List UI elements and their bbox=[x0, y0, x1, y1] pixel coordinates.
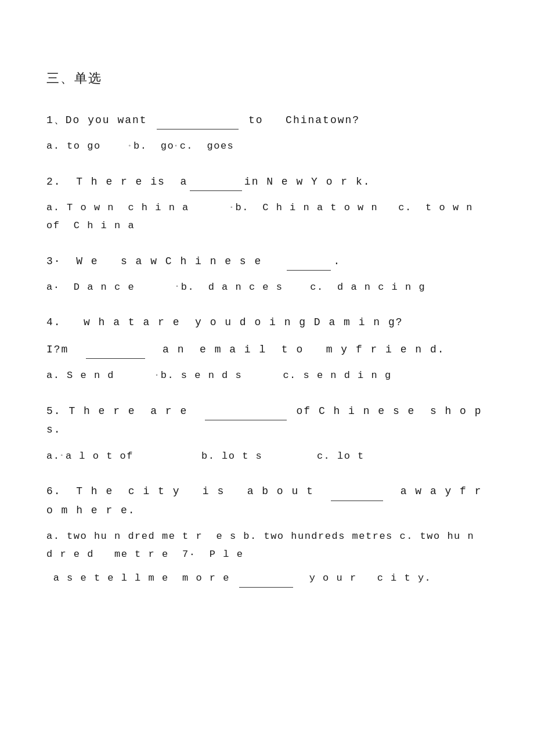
q2-options: a. T o w n c h i n a ◦b. C h i n a t o w… bbox=[46, 199, 488, 235]
q6-options: a. two hu n dred me t r e s b. two hundr… bbox=[46, 528, 488, 563]
section-title: 三、单选 bbox=[46, 70, 488, 87]
q2-text: 2. T h e r e is a in N e w Y o r k. bbox=[46, 172, 488, 191]
q4-options: a. S e n d ◦b. s e n d s c. s e n d i n … bbox=[46, 367, 488, 385]
question-1: 1、Do you want to Chinatown? a. to go ◦b.… bbox=[46, 110, 488, 156]
q4-blank bbox=[86, 340, 145, 359]
q3-text: 3· W e s a w C h i n e s e . bbox=[46, 251, 488, 271]
question-3: 3· W e s a w C h i n e s e . a· D a n c … bbox=[46, 251, 488, 297]
q4-sub-text: I?m a n e m a i l t o m y f r i e n d. bbox=[46, 340, 488, 359]
q4-text: 4. w h a t a r e y o u d o i n g D a m i… bbox=[46, 313, 488, 332]
q3-options: a· D a n c e ◦b. d a n c e s c. d a n c … bbox=[46, 279, 488, 297]
q6-options-cont: a s e t e l l m e m o r e y o u r c i t … bbox=[46, 569, 488, 588]
q6-blank bbox=[331, 481, 383, 501]
question-5: 5. T h e r e a r e of C h i n e s e s h … bbox=[46, 401, 488, 465]
question-4: 4. w h a t a r e y o u d o i n g D a m i… bbox=[46, 313, 488, 385]
q1-text: 1、Do you want to Chinatown? bbox=[46, 110, 488, 129]
q3-blank bbox=[287, 251, 331, 271]
q6-text: 6. T h e c i t y i s a b o u t a w a y f… bbox=[46, 481, 488, 520]
q5-text: 5. T h e r e a r e of C h i n e s e s h … bbox=[46, 401, 488, 440]
question-6: 6. T h e c i t y i s a b o u t a w a y f… bbox=[46, 481, 488, 588]
q7-blank bbox=[239, 569, 294, 588]
q1-options: a. to go ◦b. go◦c. goes bbox=[46, 138, 488, 156]
q1-blank bbox=[157, 110, 239, 129]
question-2: 2. T h e r e is a in N e w Y o r k. a. T… bbox=[46, 172, 488, 235]
q5-blank bbox=[205, 401, 287, 420]
q2-blank bbox=[190, 172, 242, 191]
q5-options: a.◦a l o t of b. lo t s c. lo t bbox=[46, 448, 488, 466]
